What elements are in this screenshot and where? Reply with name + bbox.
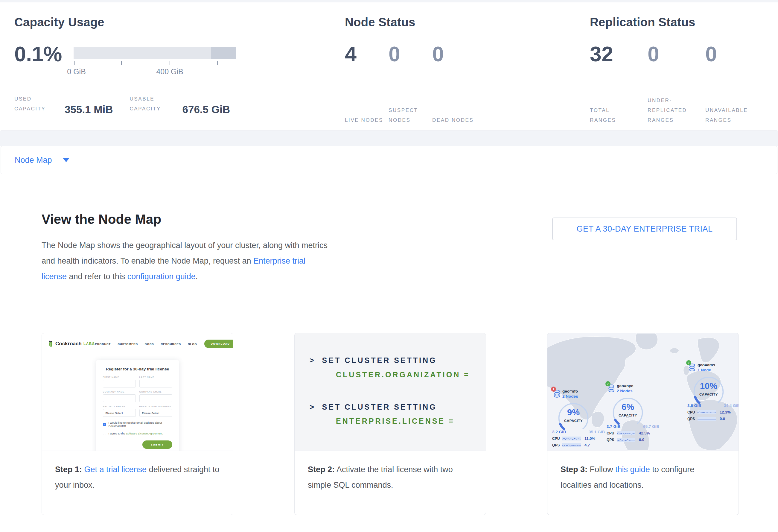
step1-label: Step 1:: [55, 465, 82, 474]
step1-caption: Step 1: Get a trial license delivered st…: [42, 451, 233, 493]
get-enterprise-trial-button[interactable]: GET A 30-DAY ENTERPRISE TRIAL: [552, 218, 737, 240]
qps-label: QPS: [552, 443, 562, 447]
dead-nodes-label: DEAD NODES: [432, 115, 476, 125]
replication-status-labels: TOTAL RANGES UNDER-REPLICATED RANGES UNA…: [590, 92, 763, 125]
locality-name: geo=sfo: [562, 389, 578, 393]
nav-item-docs[interactable]: DOCS: [145, 342, 154, 346]
reason-for-interest-select[interactable]: Please Select: [139, 409, 172, 417]
step3-label: Step 3:: [560, 465, 588, 474]
capacity-percent: 0.1%: [14, 44, 62, 77]
step3-node-map-preview: 1 geo=sfo 2 Nodes: [547, 333, 738, 451]
license-agreement-text: I agree to the Software License Agreemen…: [108, 432, 163, 435]
first-name-field[interactable]: [103, 380, 136, 387]
cpu-value: 11.0%: [585, 436, 595, 441]
nav-item-product[interactable]: PRODUCT: [95, 342, 111, 346]
nav-item-customers[interactable]: CUSTOMERS: [118, 342, 138, 346]
capacity-bar-wrap: 0 GiB 400 GiB: [74, 44, 236, 77]
node-map-description: The Node Map shows the geographical layo…: [42, 238, 329, 284]
unavailable-ranges-value: 0: [705, 44, 763, 65]
suspect-nodes-label: SUSPECT NODES: [389, 105, 432, 125]
total-ranges-label: TOTAL RANGES: [590, 105, 635, 125]
mini-site-header: Cockroach LABS PRODUCT CUSTOMERS DOCS RE…: [48, 337, 227, 350]
replication-status-title: Replication Status: [590, 15, 695, 29]
map-node-ams: ✓ geo=ams 1 Node: [687, 363, 738, 421]
dead-nodes-value: 0: [432, 44, 476, 65]
get-trial-license-link[interactable]: Get a trial license: [84, 465, 147, 474]
software-license-agreement-link[interactable]: Software License Agreement.: [126, 432, 163, 435]
capacity-label: CAPACITY: [611, 413, 644, 417]
brand-suffix: LABS: [83, 342, 95, 346]
capacity-gauge: 6% CAPACITY: [611, 395, 644, 424]
capacity-axis-ticks: [74, 61, 236, 66]
locality-node-count: 1 Node: [698, 368, 715, 372]
capacity-bar-unusable-segment: [211, 47, 236, 59]
description-text: .: [196, 272, 198, 281]
project-phase-label: PROJECT PHASE: [103, 405, 136, 408]
usable-capacity-value: 676.5 GiB: [182, 104, 230, 116]
qps-value: 0.0: [720, 416, 725, 421]
email-updates-checkbox[interactable]: ✓: [103, 423, 106, 426]
locality-node-count: 2 Nodes: [562, 394, 578, 398]
healthy-badge-icon: ✓: [605, 381, 611, 386]
qps-sparkline: [617, 438, 635, 442]
sql-arg-enterprise-license: ENTERPRISE.LICENSE =: [336, 417, 455, 426]
total-capacity: 34.4 GiB: [724, 403, 738, 408]
company-name-field[interactable]: [103, 394, 136, 402]
replication-status-values: 32 0 0: [590, 44, 763, 65]
capacity-usage-title: Capacity Usage: [14, 15, 104, 29]
capacity-percent: 9%: [557, 407, 590, 417]
node-status-values: 4 0 0: [345, 44, 476, 65]
cockroach-labs-logo: Cockroach LABS: [48, 340, 95, 348]
under-replicated-ranges-value: 0: [647, 44, 705, 65]
node-map-enable-section: View the Node Map The Node Map shows the…: [1, 174, 777, 532]
capacity-usage-metric: 0.1% 0 GiB 400 GiB: [14, 44, 236, 77]
step2-caption: Step 2: Activate the trial license with …: [295, 451, 486, 493]
step1-card: Cockroach LABS PRODUCT CUSTOMERS DOCS RE…: [42, 333, 233, 515]
total-capacity: 65.7 GiB: [643, 424, 659, 429]
node-status-title: Node Status: [345, 15, 415, 29]
node-status-labels: LIVE NODES SUSPECT NODES DEAD NODES: [345, 92, 476, 125]
cpu-sparkline: [617, 431, 635, 435]
cpu-sparkline: [698, 410, 716, 414]
map-node-sfo: 1 geo=sfo 2 Nodes: [552, 389, 605, 447]
sql-arg-cluster-organization: CLUSTER.ORGANIZATION =: [336, 370, 470, 379]
qps-label: QPS: [687, 417, 698, 421]
qps-value: 4.7: [585, 443, 590, 447]
capacity-gauge: 10% CAPACITY: [692, 375, 725, 403]
capacity-label: CAPACITY: [557, 419, 590, 423]
step1-text: [82, 465, 84, 474]
under-replicated-ranges-label: UNDER-REPLICATED RANGES: [647, 95, 692, 125]
step2-sql-snippet: >SET CLUSTER SETTING CLUSTER.ORGANIZATIO…: [295, 333, 486, 451]
sql-keyword: SET CLUSTER SETTING: [322, 356, 437, 365]
license-agreement-checkbox[interactable]: [103, 432, 106, 435]
form-title: Register for a 30-day trial license: [103, 367, 172, 371]
capacity-percent: 6%: [611, 402, 644, 412]
last-name-field[interactable]: [139, 380, 172, 387]
last-name-label: LAST NAME: [139, 376, 172, 379]
healthy-badge-icon: ✓: [686, 360, 691, 365]
description-text: and refer to this: [67, 272, 128, 281]
qps-label: QPS: [607, 438, 617, 442]
company-email-field[interactable]: [139, 394, 172, 402]
step2-card: >SET CLUSTER SETTING CLUSTER.ORGANIZATIO…: [294, 333, 486, 515]
email-updates-text: I would like to receive email updates ab…: [108, 421, 172, 428]
node-map-selector-label[interactable]: Node Map: [15, 156, 52, 165]
step2-label: Step 2:: [308, 465, 335, 474]
sql-keyword: SET CLUSTER SETTING: [322, 403, 437, 411]
this-guide-link[interactable]: this guide: [615, 465, 650, 474]
unavailable-ranges-label: UNAVAILABLE RANGES: [705, 105, 750, 125]
company-name-label: COMPANY NAME: [103, 390, 136, 393]
node-map-selector[interactable]: Node Map: [1, 146, 777, 174]
submit-button[interactable]: SUBMIT: [142, 441, 172, 449]
download-button[interactable]: DOWNLOAD: [204, 339, 233, 348]
nav-item-blog[interactable]: BLOG: [188, 342, 197, 346]
trial-registration-form: Register for a 30-day trial license FIRS…: [96, 360, 179, 451]
project-phase-select[interactable]: Please Select: [103, 409, 136, 417]
panel-gap: [0, 131, 778, 146]
chevron-down-icon[interactable]: [63, 158, 69, 162]
step3-caption: Step 3: Follow this guide to configure l…: [547, 451, 738, 493]
steps-cards-row: Cockroach LABS PRODUCT CUSTOMERS DOCS RE…: [42, 333, 739, 515]
configuration-guide-link[interactable]: configuration guide: [128, 272, 196, 281]
nav-item-resources[interactable]: RESOURCES: [161, 342, 181, 346]
total-capacity: 35.1 GiB: [589, 430, 605, 434]
